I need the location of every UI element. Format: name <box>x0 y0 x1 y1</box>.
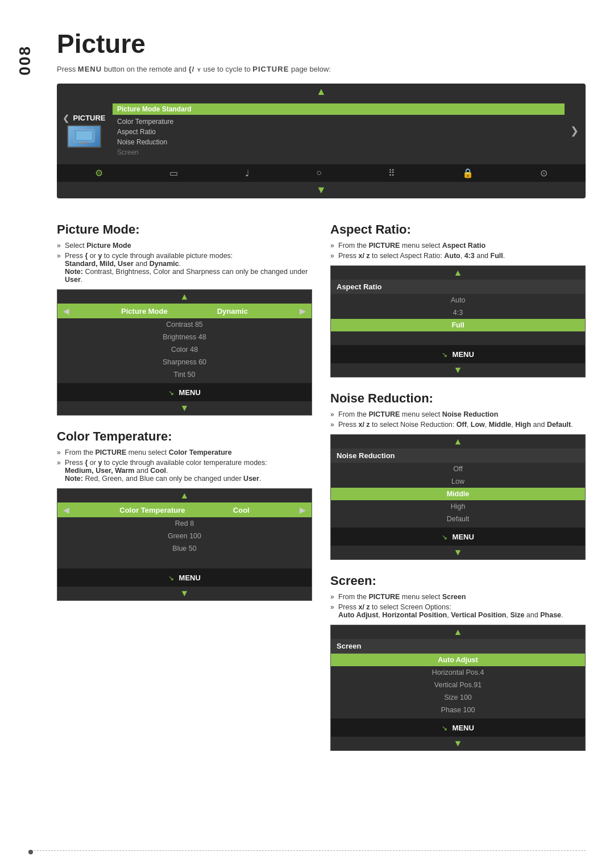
picture-mode-up-arrow: ▲ <box>57 290 312 304</box>
picture-mode-menu-btn[interactable]: ↘ MENU <box>57 383 312 401</box>
picture-mode-bullets: Select Picture Mode Press { or y to cycl… <box>57 242 312 284</box>
screen-up-arrow: ▲ <box>331 625 585 639</box>
main-menu-up-arrow: ▲ <box>57 84 586 100</box>
picture-icon <box>67 125 101 148</box>
noise-reduction-bullet-2: Press x/ z to select Noise Reduction: Of… <box>330 421 586 429</box>
screen-down-arrow: ▼ <box>331 737 585 750</box>
aspect-ratio-header: Aspect Ratio <box>331 280 585 294</box>
screen-section: Screen: From the PICTURE menu select Scr… <box>330 574 586 751</box>
screen-bullet-2: Press x/ z to select Screen Options: Aut… <box>330 603 586 619</box>
picture-mode-nav-right: ▶ <box>300 306 306 315</box>
noise-reduction-heading: Noise Reduction: <box>330 391 586 406</box>
picture-mode-bullet-1: Select Picture Mode <box>57 242 312 250</box>
aspect-ratio-auto: Auto <box>331 294 585 306</box>
aspect-ratio-section: Aspect Ratio: From the PICTURE menu sele… <box>330 222 586 377</box>
noise-reduction-high: High <box>331 500 585 513</box>
display-icon: ▭ <box>169 168 178 178</box>
screen-bullets: From the PICTURE menu select Screen Pres… <box>330 593 586 619</box>
audio-icon: ♩ <box>245 168 250 178</box>
screen-vertical-pos: Vertical Pos.91 <box>331 679 585 691</box>
picture-mode-down-arrow: ▼ <box>57 401 312 415</box>
aspect-ratio-menu-btn[interactable]: ↘ MENU <box>331 345 585 363</box>
noise-reduction-bullets: From the PICTURE menu select Noise Reduc… <box>330 410 586 429</box>
intro-text: Press MENU button on the remote and {/ y… <box>57 65 586 73</box>
color-temp-popup: ▲ ◀ Color Temperature Cool ▶ Red 8 Green… <box>57 488 312 601</box>
bottom-divider <box>28 850 586 851</box>
menu-item-picture-mode: Picture Mode Standard <box>113 103 565 115</box>
color-temp-up-arrow: ▲ <box>57 489 312 502</box>
svg-rect-1 <box>76 131 92 140</box>
picture-mode-header: ◀ Picture Mode Dynamic ▶ <box>57 304 312 318</box>
noise-reduction-default: Default <box>331 513 585 525</box>
noise-reduction-header: Noise Reduction <box>331 448 585 463</box>
info-icon: ⊙ <box>540 168 547 178</box>
color-temp-nav-left: ◀ <box>63 505 69 514</box>
color-temp-section: Color Temperature: From the PICTURE menu… <box>57 429 312 601</box>
screen-auto-adjust: Auto Adjust <box>331 654 585 666</box>
aspect-ratio-full: Full <box>331 319 585 331</box>
screen-phase: Phase 100 <box>331 704 585 716</box>
picture-mode-nav-left: ◀ <box>63 306 69 315</box>
channel-icon: ⠿ <box>388 168 395 178</box>
aspect-ratio-bullet-1: From the PICTURE menu select Aspect Rati… <box>330 242 586 250</box>
noise-reduction-bullet-1: From the PICTURE menu select Noise Reduc… <box>330 410 586 418</box>
screen-size: Size 100 <box>331 691 585 704</box>
picture-mode-contrast: Contrast 85 <box>57 318 312 331</box>
picture-mode-menu-label: MENU <box>179 388 201 397</box>
menu-symbol-icon: ↘ <box>168 389 174 397</box>
screen-menu-btn[interactable]: ↘ MENU <box>331 719 585 737</box>
screen-bullet-1: From the PICTURE menu select Screen <box>330 593 586 601</box>
aspect-ratio-title: Aspect Ratio <box>337 283 381 291</box>
noise-reduction-menu-btn[interactable]: ↘ MENU <box>331 528 585 546</box>
color-temp-menu-label: MENU <box>179 574 201 582</box>
aspect-ratio-43: 4:3 <box>331 306 585 319</box>
system-icon: ○ <box>316 168 322 178</box>
bottom-dot <box>28 850 33 854</box>
screen-menu-label: MENU <box>453 724 474 732</box>
lock-icon: 🔒 <box>462 168 474 178</box>
picture-mode-value: Dynamic <box>217 307 248 315</box>
color-temp-down-arrow: ▼ <box>57 587 312 600</box>
noise-reduction-off: Off <box>331 463 585 475</box>
picture-mode-heading: Picture Mode: <box>57 222 312 237</box>
screen-popup: ▲ Screen Auto Adjust Horizontal Pos.4 Ve… <box>330 625 586 751</box>
color-temp-bullet-2: Press { or y to cycle through available … <box>57 459 312 483</box>
color-temp-bullets: From the PICTURE menu select Color Tempe… <box>57 448 312 483</box>
page-number: 008 <box>16 45 34 76</box>
screen-title: Screen <box>331 639 585 653</box>
picture-mode-color: Color 48 <box>57 343 312 356</box>
menu-item-noise-reduction: Noise Reduction <box>113 137 565 147</box>
aspect-ratio-down-arrow: ▼ <box>331 363 585 377</box>
noise-reduction-section: Noise Reduction: From the PICTURE menu s… <box>330 391 586 560</box>
menu-item-aspect-ratio: Aspect Ratio <box>113 127 565 137</box>
menu-item-screen: Screen <box>113 147 565 157</box>
noise-reduction-menu-symbol: ↘ <box>442 533 447 541</box>
noise-reduction-menu-label: MENU <box>453 533 474 541</box>
picture-mode-bullet-2: Press { or y to cycle through available … <box>57 252 312 284</box>
main-menu-label: PICTURE <box>73 114 105 122</box>
aspect-ratio-bullets: From the PICTURE menu select Aspect Rati… <box>330 242 586 260</box>
main-menu-down-arrow: ▼ <box>57 182 586 198</box>
aspect-ratio-up-arrow: ▲ <box>331 266 585 280</box>
picture-mode-popup: ▲ ◀ Picture Mode Dynamic ▶ Contrast 85 B… <box>57 289 312 416</box>
main-menu-display: ▲ ❮ PICTURE Picture Mode Standard <box>57 84 586 198</box>
aspect-ratio-heading: Aspect Ratio: <box>330 222 586 237</box>
color-temp-value: Cool <box>233 506 250 514</box>
color-temp-menu-symbol: ↘ <box>168 574 174 582</box>
screen-header: Screen <box>331 639 585 654</box>
color-temp-title: Color Temperature <box>119 506 185 514</box>
color-temp-header: ◀ Color Temperature Cool ▶ <box>57 502 312 517</box>
color-temp-blue: Blue 50 <box>57 542 312 555</box>
color-temp-menu-btn[interactable]: ↘ MENU <box>57 568 312 587</box>
noise-reduction-popup: ▲ Noise Reduction Off Low Middle High De… <box>330 434 586 560</box>
noise-reduction-low: Low <box>331 475 585 488</box>
color-temp-nav-right: ▶ <box>300 505 306 514</box>
icons-bar: ⚙ ▭ ♩ ○ ⠿ 🔒 ⊙ <box>57 164 586 182</box>
picture-mode-brightness: Brightness 48 <box>57 331 312 343</box>
noise-reduction-up-arrow: ▲ <box>331 435 585 448</box>
picture-mode-title: Picture Mode <box>121 307 168 315</box>
color-temp-green: Green 100 <box>57 530 312 542</box>
color-temp-heading: Color Temperature: <box>57 429 312 444</box>
aspect-ratio-menu-symbol: ↘ <box>442 351 447 359</box>
color-temp-bullet-1: From the PICTURE menu select Color Tempe… <box>57 448 312 456</box>
